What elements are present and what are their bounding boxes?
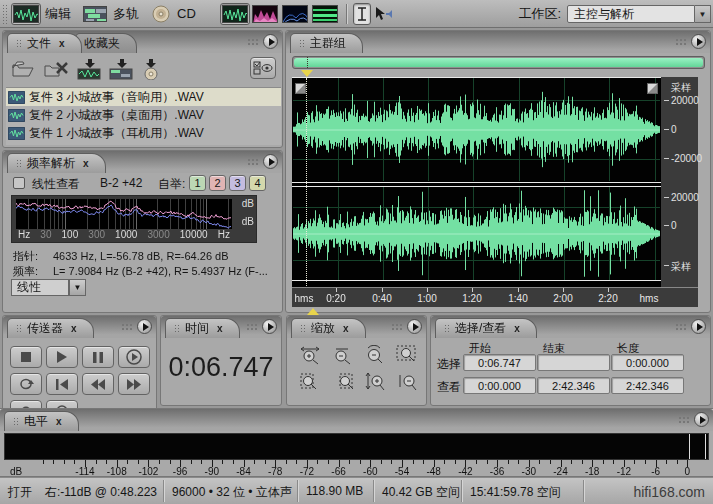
zoom-selection-right-button[interactable]: [329, 371, 357, 393]
file-list-item[interactable]: 复件 1 小城故事（耳机用）.WAV: [6, 124, 281, 142]
waveform-display[interactable]: [292, 77, 661, 287]
playhead-cursor[interactable]: [306, 78, 307, 286]
fast-forward-button[interactable]: [118, 373, 150, 395]
tab-levels-close-icon[interactable]: x: [56, 417, 62, 427]
view-start-field[interactable]: 0:00.000: [463, 377, 536, 394]
status-separator: [583, 480, 584, 502]
tab-transport-close-icon[interactable]: x: [71, 324, 77, 334]
tab-time[interactable]: 时间 x: [165, 318, 240, 338]
tab-files-close-icon[interactable]: x: [59, 39, 65, 49]
cd-view-button[interactable]: [149, 3, 173, 25]
selview-panel-menu-button[interactable]: [691, 319, 706, 334]
overview-range[interactable]: [294, 58, 703, 67]
selection-handle-left[interactable]: [295, 83, 306, 94]
zoom-out-vertical-button[interactable]: [393, 371, 421, 393]
loop-button[interactable]: [10, 373, 42, 395]
hold-button-3[interactable]: 3: [229, 175, 246, 191]
playhead-marker-top[interactable]: [301, 70, 313, 77]
zoom-in-horizontal-button[interactable]: [297, 344, 325, 366]
main-panel-menu-button[interactable]: [691, 34, 706, 49]
phase-display-button[interactable]: [310, 3, 340, 25]
selection-end-field[interactable]: [537, 354, 610, 371]
linear-view-label: 线性查看: [32, 176, 80, 193]
tab-favorites[interactable]: 收藏夹: [75, 33, 137, 53]
hold-button-4[interactable]: 4: [249, 175, 266, 191]
pan-display-button[interactable]: [280, 3, 310, 25]
tab-transport[interactable]: 传送器 x: [7, 318, 94, 338]
zoom-to-selection-button[interactable]: [393, 344, 421, 366]
timeline-ruler[interactable]: hms0:200:401:001:201:402:002:20hms: [292, 287, 698, 307]
freq-panel-menu-button[interactable]: [263, 154, 278, 169]
spectral-display-button[interactable]: [250, 3, 280, 25]
frequency-graph[interactable]: dB dB Hz301003001000300010000Hz: [11, 195, 257, 243]
levels-panel-menu-button[interactable]: [694, 412, 709, 427]
tab-frequency-close-icon[interactable]: x: [83, 159, 89, 169]
multitrack-view-label[interactable]: 多轨: [113, 5, 139, 23]
overview-scrollbar[interactable]: [292, 56, 705, 69]
import-session-icon[interactable]: [109, 58, 133, 80]
workspace-dropdown-arrow[interactable]: ▼: [695, 5, 711, 23]
db-tick-label: -114: [75, 466, 94, 477]
zoom-out-horizontal-button[interactable]: [329, 344, 357, 366]
waveform-right-channel[interactable]: [293, 187, 660, 280]
file-list-item[interactable]: 复件 3 小城故事（音响用）.WAV: [6, 88, 281, 106]
edit-view-button[interactable]: [11, 3, 41, 25]
hold-button-2[interactable]: 2: [209, 175, 226, 191]
zoom-selection-left-button[interactable]: [297, 371, 325, 393]
files-panel-menu-button[interactable]: [263, 34, 278, 49]
scrub-tool-button[interactable]: [371, 3, 395, 25]
zoom-full-button[interactable]: [361, 344, 389, 366]
zoom-panel-menu-button[interactable]: [407, 319, 422, 334]
time-panel-menu-button[interactable]: [262, 319, 277, 334]
edit-view-label[interactable]: 编辑: [45, 5, 71, 23]
time-display[interactable]: 0:06.747: [161, 352, 281, 383]
workspace-select[interactable]: 主控与解析: [567, 5, 695, 23]
tab-zoom-close-icon[interactable]: x: [343, 324, 349, 334]
toolbar-grip[interactable]: [2, 4, 7, 24]
view-end-field[interactable]: 2:42.346: [537, 377, 610, 394]
scale-select-arrow[interactable]: ▼: [69, 279, 86, 296]
waveform-display-button[interactable]: [220, 3, 250, 25]
tab-select-view[interactable]: 选择/查看 x: [435, 318, 537, 338]
playhead-marker-bottom[interactable]: [307, 308, 319, 315]
stop-button[interactable]: [10, 346, 42, 368]
hold-button-1[interactable]: 1: [189, 175, 206, 191]
rewind-button[interactable]: [82, 373, 114, 395]
zoom-in-vertical-button[interactable]: [361, 371, 389, 393]
play-button[interactable]: [46, 346, 78, 368]
time-selection-tool-button[interactable]: [353, 3, 371, 25]
tab-levels[interactable]: 电平 x: [4, 411, 79, 431]
amp-tick: 20000: [671, 192, 699, 203]
tab-select-view-close-icon[interactable]: x: [514, 324, 520, 334]
timeline-tick: [563, 288, 564, 292]
waveform-left-channel[interactable]: [293, 78, 660, 181]
level-meter[interactable]: [4, 433, 709, 460]
open-file-icon[interactable]: [11, 59, 35, 79]
tab-frequency-analysis[interactable]: 频率解析 x: [7, 153, 106, 173]
play-from-cursor-button[interactable]: [118, 346, 150, 368]
selection-handle-right[interactable]: [647, 83, 658, 94]
transport-panel-menu-button[interactable]: [137, 319, 152, 334]
scale-select[interactable]: 线性: [11, 279, 69, 296]
freq-panel-header: 频率解析 x: [3, 151, 282, 173]
pause-button[interactable]: [82, 346, 114, 368]
multitrack-view-button[interactable]: [81, 3, 109, 25]
tab-files[interactable]: 文件 x: [7, 33, 82, 53]
linear-view-checkbox[interactable]: [13, 177, 25, 189]
files-options-button[interactable]: [250, 57, 276, 79]
selection-length-field[interactable]: 0:00.000: [611, 354, 684, 371]
cd-view-label[interactable]: CD: [177, 6, 196, 21]
view-length-field[interactable]: 2:42.346: [611, 377, 684, 394]
close-file-icon[interactable]: [43, 59, 69, 79]
status-cursor-info: 右:-11dB @ 0:48.223: [45, 484, 157, 501]
import-file-icon[interactable]: [77, 58, 101, 80]
tab-main-group[interactable]: 主群组: [290, 33, 363, 53]
tab-zoom[interactable]: 缩放 x: [291, 318, 366, 338]
tab-time-close-icon[interactable]: x: [217, 324, 223, 334]
file-list-item[interactable]: 复件 2 小城故事（桌面用）.WAV: [6, 106, 281, 124]
go-to-start-button[interactable]: [46, 373, 78, 395]
panel-grip: [247, 158, 258, 166]
amplitude-ruler[interactable]: 采样 20000 0 -20000 20000 0 采样: [663, 77, 698, 287]
selection-start-field[interactable]: 0:06.747: [463, 354, 536, 371]
import-cd-icon[interactable]: [141, 58, 161, 80]
